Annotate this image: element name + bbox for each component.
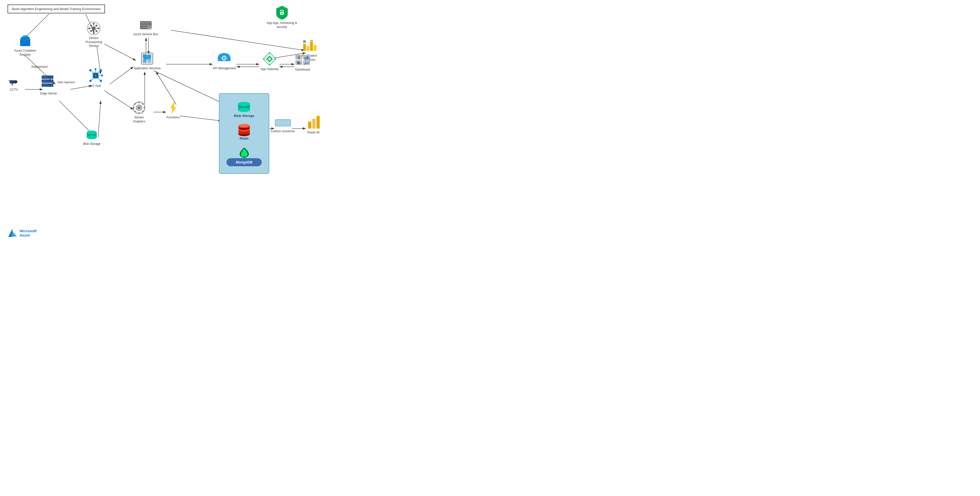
stream-analytics-label: StreamAnalytics xyxy=(133,116,145,123)
redis-group: Redis xyxy=(237,124,251,140)
svg-point-151 xyxy=(298,56,299,57)
stream-analytics-icon xyxy=(132,101,146,115)
svg-line-83 xyxy=(92,78,93,80)
azure-container-registry-label: Azure Container Registry xyxy=(11,49,39,57)
svg-rect-146 xyxy=(310,40,313,41)
stream-analytics-node: StreamAnalytics xyxy=(132,101,146,123)
azure-service-bus-node: Azure Service Bus xyxy=(134,19,158,37)
api-management-icon xyxy=(217,52,232,65)
svg-point-68 xyxy=(90,30,92,32)
notification-services-icon xyxy=(302,39,317,53)
iot-hub-node: IoT Hub xyxy=(88,68,103,88)
deployment-label: Deployment xyxy=(32,65,48,69)
svg-line-84 xyxy=(98,78,100,80)
azure-service-bus-icon xyxy=(139,19,153,32)
svg-rect-144 xyxy=(313,45,317,51)
svg-rect-155 xyxy=(307,56,308,59)
svg-point-91 xyxy=(87,136,97,139)
app-logs-node: App logs, monitoring & security xyxy=(262,5,302,29)
svg-point-160 xyxy=(238,108,250,112)
svg-point-75 xyxy=(89,69,92,72)
edge-server-label: Edge Server xyxy=(40,92,57,96)
svg-line-19 xyxy=(180,116,221,121)
svg-point-40 xyxy=(15,81,17,83)
device-provisioning-node: DeviceProvisioningService xyxy=(86,21,102,48)
svg-point-50 xyxy=(51,81,52,81)
custom-connector-icon xyxy=(274,117,292,128)
svg-line-2 xyxy=(25,14,49,38)
cctv-node: CCTV xyxy=(8,77,20,92)
svg-point-60 xyxy=(88,27,90,29)
app-gateway-icon xyxy=(262,52,277,66)
svg-line-18 xyxy=(156,72,176,105)
dashboard-node: Dashboard xyxy=(294,54,311,72)
app-gateway-label: App Gateway xyxy=(261,67,278,71)
svg-line-70 xyxy=(92,26,92,27)
svg-point-79 xyxy=(95,68,96,70)
power-bi-label: Power BI xyxy=(307,131,320,135)
svg-point-120 xyxy=(137,106,141,110)
svg-rect-175 xyxy=(317,116,320,129)
app-logs-icon xyxy=(275,5,289,20)
app-logs-label: App logs, monitoring & security xyxy=(262,21,302,29)
device-provisioning-icon xyxy=(87,21,101,35)
svg-point-128 xyxy=(223,57,225,59)
api-management-node: API Management xyxy=(213,52,236,70)
svg-point-66 xyxy=(90,25,92,26)
svg-marker-121 xyxy=(171,102,176,113)
azure-container-registry-node: Azure Container Registry xyxy=(11,35,39,57)
dashboard-icon xyxy=(294,54,311,67)
svg-rect-109 xyxy=(143,57,151,59)
svg-rect-173 xyxy=(308,122,311,129)
svg-point-59 xyxy=(93,32,95,34)
blob-storage-right-label: Blob Storage xyxy=(234,114,255,118)
svg-rect-156 xyxy=(308,57,309,59)
svg-line-81 xyxy=(92,71,93,73)
svg-rect-143 xyxy=(310,41,313,51)
svg-rect-42 xyxy=(8,80,10,81)
svg-point-69 xyxy=(95,30,97,32)
svg-rect-112 xyxy=(138,102,140,103)
svg-line-12 xyxy=(105,91,134,110)
application-services-label: Application Services xyxy=(134,67,161,70)
svg-line-11 xyxy=(110,67,134,85)
svg-point-54 xyxy=(51,85,52,86)
svg-point-61 xyxy=(97,27,99,29)
azure-service-bus-label: Azure Service Bus xyxy=(134,32,158,37)
data-ingestion-label: Data ingestion xyxy=(57,80,75,84)
svg-rect-131 xyxy=(222,58,223,59)
iot-hub-label: IoT Hub xyxy=(90,84,101,88)
svg-rect-97 xyxy=(141,24,151,26)
svg-rect-104 xyxy=(143,59,147,63)
svg-rect-141 xyxy=(303,44,306,51)
svg-point-80 xyxy=(101,75,103,77)
blob-storage-right-group: Blob Storage xyxy=(234,101,255,118)
application-services-node: Application Services xyxy=(134,52,161,70)
svg-rect-98 xyxy=(141,27,148,28)
svg-line-15 xyxy=(171,30,304,50)
svg-rect-41 xyxy=(12,83,13,85)
svg-rect-96 xyxy=(141,22,151,24)
svg-rect-113 xyxy=(138,112,140,114)
power-bi-icon xyxy=(306,115,321,130)
azure-container-registry-icon xyxy=(19,35,32,48)
app-gateway-node: App Gateway xyxy=(261,52,278,71)
redis-label: Redis xyxy=(240,137,248,140)
functions-node: Functions xyxy=(166,101,180,120)
custom-connector-node: Custom connector xyxy=(270,117,295,134)
api-management-label: API Management xyxy=(213,67,236,70)
svg-rect-132 xyxy=(226,58,227,59)
mongodb-label: MongoDB xyxy=(226,158,262,166)
training-box: Bosh Algorithm Engineering and Model Tra… xyxy=(8,5,105,13)
svg-point-77 xyxy=(89,80,92,82)
storage-box: Blob Storage Redis xyxy=(219,93,269,174)
svg-point-177 xyxy=(281,12,283,14)
svg-rect-153 xyxy=(304,58,305,59)
svg-rect-37 xyxy=(21,37,29,40)
svg-point-152 xyxy=(298,57,300,59)
svg-rect-172 xyxy=(275,120,290,126)
blob-storage-left-label: Blob Storage xyxy=(83,142,100,146)
svg-rect-115 xyxy=(143,107,145,108)
svg-point-76 xyxy=(100,69,102,72)
svg-rect-51 xyxy=(42,80,47,81)
